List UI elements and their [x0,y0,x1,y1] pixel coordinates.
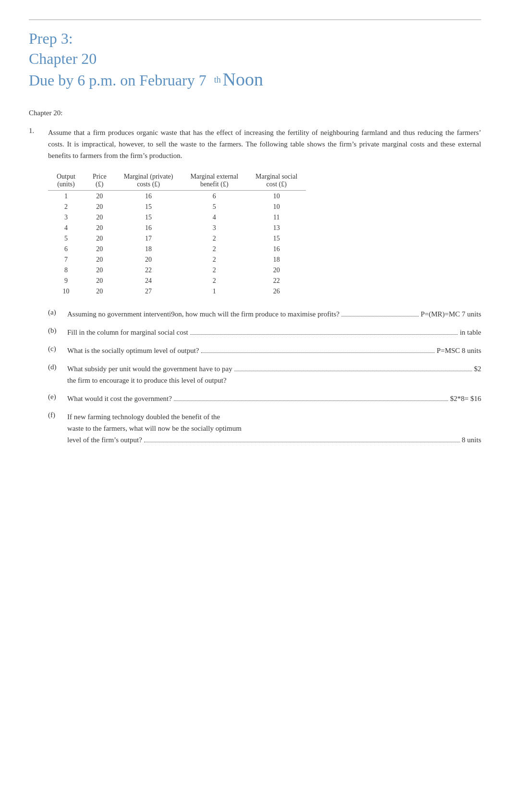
table-cell: 10 [247,202,306,212]
sub-a-text: Assuming no government interventi9on, ho… [67,308,340,320]
col-marginal-external: Marginal externalbenefit (£) [182,171,247,191]
table-cell: 20 [84,191,115,202]
sub-a-letter: (a) [48,308,61,316]
sub-a-text-answer: Assuming no government interventi9on, ho… [67,308,481,320]
sub-e-dots [174,400,448,401]
table-cell: 22 [247,276,306,286]
sub-a-dots [341,316,419,316]
table-cell: 5 [48,233,84,244]
table-cell: 20 [115,255,182,265]
table-cell: 26 [247,286,306,297]
table-cell: 18 [115,244,182,255]
header: Prep 3: Chapter 20 Due by 6 p.m. on Febr… [29,19,481,90]
subquestion-e: (e) What would it cost the government? $… [48,393,481,404]
header-line2: Chapter 20 [29,49,481,69]
subquestion-a: (a) Assuming no government interventi9on… [48,308,481,320]
table-cell: 2 [48,202,84,212]
chapter-label: Chapter 20: [29,109,481,117]
header-line1: Prep 3: [29,29,481,49]
table-row: 22015510 [48,202,306,212]
subquestion-b: (b) Fill in the column for marginal soci… [48,327,481,338]
header-th: th [214,75,221,85]
question-1: 1. Assume that a firm produces organic w… [29,127,481,297]
table-cell: 15 [115,202,182,212]
subquestion-c: (c) What is the socially optimum level o… [48,345,481,356]
sub-c-content: What is the socially optimum level of ou… [67,345,481,356]
sub-b-answer: in table [460,327,481,338]
table-cell: 4 [182,212,247,223]
table-row: 72020218 [48,255,306,265]
sub-c-answer: P=MSC 8 units [437,345,481,356]
table-cell: 20 [84,265,115,276]
table-cell: 4 [48,223,84,233]
table-cell: 20 [84,244,115,255]
col-price: Price(£) [84,171,115,191]
subquestion-d: (d) What subsidy per unit would the gove… [48,363,481,386]
table-cell: 20 [84,286,115,297]
table-row: 12016610 [48,191,306,202]
table-cell: 5 [182,202,247,212]
sub-b-text: Fill in the column for marginal social c… [67,327,188,338]
sub-e-letter: (e) [48,393,61,401]
table-cell: 20 [84,212,115,223]
sub-f-line2: waste to the farmers, what will now be t… [67,424,242,432]
col-marginal-social: Marginal socialcost (£) [247,171,306,191]
sub-d-dots [234,371,472,371]
sub-c-text-answer: What is the socially optimum level of ou… [67,345,481,356]
table-cell: 2 [182,233,247,244]
table-cell: 27 [115,286,182,297]
table-cell: 2 [182,265,247,276]
table-cell: 2 [182,244,247,255]
header-due-line: Due by 6 p.m. on February 7 th Noon [29,69,481,90]
table-cell: 20 [84,202,115,212]
table-row: 82022220 [48,265,306,276]
table-cell: 6 [48,244,84,255]
table-cell: 13 [247,223,306,233]
col-marginal-private: Marginal (private)costs (£) [115,171,182,191]
sub-f-line3: level of the firm’s output? [67,434,142,446]
table-cell: 3 [48,212,84,223]
sub-d-text-answer: What subsidy per unit would the governme… [67,363,481,386]
sub-d-text: What subsidy per unit would the governme… [67,363,232,386]
table-cell: 20 [84,255,115,265]
col-output: Output(units) [48,171,84,191]
table-cell: 15 [247,233,306,244]
sub-b-content: Fill in the column for marginal social c… [67,327,481,338]
table-cell: 10 [247,191,306,202]
sub-f-content: If new farming technology doubled the be… [67,411,481,446]
table-cell: 6 [182,191,247,202]
sub-f-dots [144,442,460,442]
sub-d-answer: $2 [474,363,481,375]
table-cell: 7 [48,255,84,265]
sub-a-content: Assuming no government interventi9on, ho… [67,308,481,320]
sub-c-letter: (c) [48,345,61,353]
table-cell: 20 [84,233,115,244]
table-cell: 16 [115,223,182,233]
sub-d-letter: (d) [48,363,61,371]
table-cell: 16 [247,244,306,255]
header-th-noon: th Noon [214,69,263,90]
table-cell: 2 [182,276,247,286]
table-row: 32015411 [48,212,306,223]
sub-f-letter: (f) [48,411,61,419]
sub-d-content: What subsidy per unit would the governme… [67,363,481,386]
sub-a-answer: P=(MR)=MC 7 units [421,308,481,320]
table-cell: 2 [182,255,247,265]
table-cell: 1 [182,286,247,297]
sub-f-text-answer: level of the firm’s output? 8 units [67,434,481,446]
header-noon: Noon [222,69,263,89]
sub-c-dots [201,352,435,353]
question-1-text: Assume that a firm produces organic wast… [48,127,481,161]
table-cell: 24 [115,276,182,286]
sub-b-dots [190,334,458,335]
table-cell: 15 [115,212,182,223]
table-cell: 9 [48,276,84,286]
table-cell: 17 [115,233,182,244]
table-cell: 11 [247,212,306,223]
question-1-number: 1. [29,127,40,135]
table-cell: 20 [84,276,115,286]
sub-b-text-answer: Fill in the column for marginal social c… [67,327,481,338]
table-cell: 22 [115,265,182,276]
table-cell: 1 [48,191,84,202]
table-row: 52017215 [48,233,306,244]
